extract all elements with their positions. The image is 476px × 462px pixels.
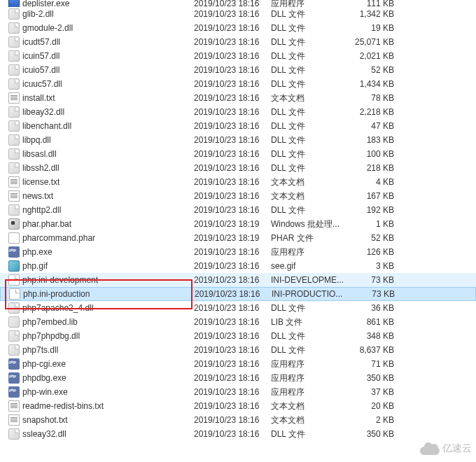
file-size-cell: 111 KB [351, 0, 397, 7]
file-name-cell[interactable]: php7phpdbg.dll [1, 330, 194, 342]
file-name-cell[interactable]: php7ts.dll [1, 344, 194, 356]
file-type-cell: DLL 文件 [271, 162, 351, 174]
file-row[interactable]: deplister.exe2019/10/23 18:16应用程序111 KB [0, 0, 476, 7]
file-name-cell[interactable]: deplister.exe [1, 0, 194, 7]
file-name-label: libpq.dll [22, 135, 51, 145]
file-name-cell[interactable]: php-win.exe [1, 386, 194, 398]
file-date-cell: 2019/10/23 18:16 [194, 415, 271, 425]
file-row[interactable]: php7embed.lib2019/10/23 18:16LIB 文件861 K… [0, 315, 476, 329]
file-row[interactable]: icudt57.dll2019/10/23 18:16DLL 文件25,071 … [0, 35, 476, 49]
file-row[interactable]: libssh2.dll2019/10/23 18:16DLL 文件218 KB [0, 161, 476, 175]
file-name-cell[interactable]: license.txt [1, 176, 194, 188]
dll-icon [8, 428, 20, 440]
file-row[interactable]: php-cgi.exe2019/10/23 18:16应用程序71 KB [0, 357, 476, 371]
file-row[interactable]: ssleay32.dll2019/10/23 18:16DLL 文件350 KB [0, 427, 476, 441]
file-name-cell[interactable]: install.txt [1, 92, 194, 104]
file-row[interactable]: php.gif2019/10/23 18:16see.gif3 KB [0, 259, 476, 273]
file-list[interactable]: deplister.exe2019/10/23 18:16应用程序111 KBg… [0, 0, 476, 441]
file-name-label: php-cgi.exe [22, 359, 66, 369]
file-name-cell[interactable]: ssleay32.dll [1, 428, 194, 440]
file-name-cell[interactable]: glib-2.dll [1, 8, 194, 20]
file-name-cell[interactable]: pharcommand.phar [1, 232, 194, 244]
dll-icon [8, 204, 20, 216]
file-row[interactable]: php7apache2_4.dll2019/10/23 18:16DLL 文件3… [0, 301, 476, 315]
file-name-cell[interactable]: icuio57.dll [1, 64, 194, 76]
file-name-cell[interactable]: php7apache2_4.dll [1, 302, 194, 314]
php-icon [8, 358, 20, 370]
file-type-cell: 应用程序 [271, 358, 351, 370]
file-name-cell[interactable]: php.gif [1, 260, 194, 272]
file-row[interactable]: libeay32.dll2019/10/23 18:16DLL 文件2,218 … [0, 105, 476, 119]
file-row[interactable]: readme-redist-bins.txt2019/10/23 18:16文本… [0, 399, 476, 413]
file-name-cell[interactable]: php.exe [1, 246, 194, 258]
file-name-cell[interactable]: snapshot.txt [1, 414, 194, 426]
file-row[interactable]: php.ini-development2019/10/23 18:16INI-D… [0, 273, 476, 287]
file-row[interactable]: news.txt2019/10/23 18:16文本文档167 KB [0, 189, 476, 203]
file-name-cell[interactable]: phpdbg.exe [1, 372, 194, 384]
file-size-cell: 861 KB [351, 317, 397, 327]
file-name-label: libeay32.dll [22, 107, 64, 117]
file-row[interactable]: php.exe2019/10/23 18:16应用程序126 KB [0, 245, 476, 259]
file-type-cell: DLL 文件 [271, 134, 351, 146]
txt-icon [8, 190, 20, 202]
file-row[interactable]: php-win.exe2019/10/23 18:16应用程序37 KB [0, 385, 476, 399]
file-row[interactable]: icuin57.dll2019/10/23 18:16DLL 文件2,021 K… [0, 49, 476, 63]
file-name-cell[interactable]: phar.phar.bat [1, 218, 194, 230]
file-name-cell[interactable]: libenchant.dll [1, 120, 194, 132]
file-size-cell: 25,071 KB [351, 37, 397, 47]
file-name-cell[interactable]: libpq.dll [1, 134, 194, 146]
file-name-label: php.ini-production [23, 289, 90, 299]
file-row[interactable]: libpq.dll2019/10/23 18:16DLL 文件183 KB [0, 133, 476, 147]
file-row[interactable]: phar.phar.bat2019/10/23 18:19Windows 批处理… [0, 217, 476, 231]
file-name-cell[interactable]: icuin57.dll [1, 50, 194, 62]
file-name-cell[interactable]: news.txt [1, 190, 194, 202]
file-row[interactable]: php7ts.dll2019/10/23 18:16DLL 文件8,637 KB [0, 343, 476, 357]
file-name-cell[interactable]: php7embed.lib [1, 316, 194, 328]
file-date-cell: 2019/10/23 18:16 [194, 429, 271, 439]
file-name-cell[interactable]: php.ini-development [1, 274, 194, 286]
file-row[interactable]: glib-2.dll2019/10/23 18:16DLL 文件1,342 KB [0, 7, 476, 21]
file-row[interactable]: gmodule-2.dll2019/10/23 18:16DLL 文件19 KB [0, 21, 476, 35]
file-size-cell: 2,021 KB [351, 51, 397, 61]
file-name-cell[interactable]: icuuc57.dll [1, 78, 194, 90]
file-name-cell[interactable]: php.ini-production [2, 288, 195, 300]
file-row[interactable]: libenchant.dll2019/10/23 18:16DLL 文件47 K… [0, 119, 476, 133]
dll-icon [8, 120, 20, 132]
file-name-cell[interactable]: php-cgi.exe [1, 358, 194, 370]
file-row[interactable]: nghttp2.dll2019/10/23 18:16DLL 文件192 KB [0, 203, 476, 217]
file-name-label: snapshot.txt [22, 415, 68, 425]
file-row[interactable]: icuio57.dll2019/10/23 18:16DLL 文件52 KB [0, 63, 476, 77]
file-name-cell[interactable]: readme-redist-bins.txt [1, 400, 194, 412]
file-name-cell[interactable]: libsasl.dll [1, 148, 194, 160]
file-row[interactable]: php.ini-production2019/10/23 18:16INI-PR… [0, 287, 476, 301]
file-row[interactable]: snapshot.txt2019/10/23 18:16文本文档2 KB [0, 413, 476, 427]
file-type-cell: DLL 文件 [271, 106, 351, 118]
file-name-cell[interactable]: libeay32.dll [1, 106, 194, 118]
file-name-cell[interactable]: icudt57.dll [1, 36, 194, 48]
file-name-label: libsasl.dll [22, 149, 57, 159]
dll-icon [8, 148, 20, 160]
file-date-cell: 2019/10/23 18:16 [194, 37, 271, 47]
file-row[interactable]: php7phpdbg.dll2019/10/23 18:16DLL 文件348 … [0, 329, 476, 343]
file-date-cell: 2019/10/23 18:16 [194, 0, 271, 7]
file-date-cell: 2019/10/23 18:16 [194, 359, 271, 369]
file-name-cell[interactable]: nghttp2.dll [1, 204, 194, 216]
file-name-cell[interactable]: libssh2.dll [1, 162, 194, 174]
file-row[interactable]: phpdbg.exe2019/10/23 18:16应用程序350 KB [0, 371, 476, 385]
file-row[interactable]: install.txt2019/10/23 18:16文本文档78 KB [0, 91, 476, 105]
file-name-label: php.ini-development [22, 275, 98, 285]
file-row[interactable]: libsasl.dll2019/10/23 18:16DLL 文件100 KB [0, 147, 476, 161]
txt-icon [8, 400, 20, 412]
file-row[interactable]: license.txt2019/10/23 18:16文本文档4 KB [0, 175, 476, 189]
file-date-cell: 2019/10/23 18:16 [194, 107, 271, 117]
exe-icon [8, 0, 20, 7]
file-size-cell: 2 KB [351, 415, 397, 425]
file-size-cell: 1 KB [351, 219, 397, 229]
file-name-label: icudt57.dll [22, 37, 60, 47]
file-row[interactable]: icuuc57.dll2019/10/23 18:16DLL 文件1,434 K… [0, 77, 476, 91]
txt-icon [8, 92, 20, 104]
file-row[interactable]: pharcommand.phar2019/10/23 18:19PHAR 文件5… [0, 231, 476, 245]
file-date-cell: 2019/10/23 18:16 [194, 303, 271, 313]
file-name-cell[interactable]: gmodule-2.dll [1, 22, 194, 34]
file-name-label: php.exe [22, 247, 52, 257]
